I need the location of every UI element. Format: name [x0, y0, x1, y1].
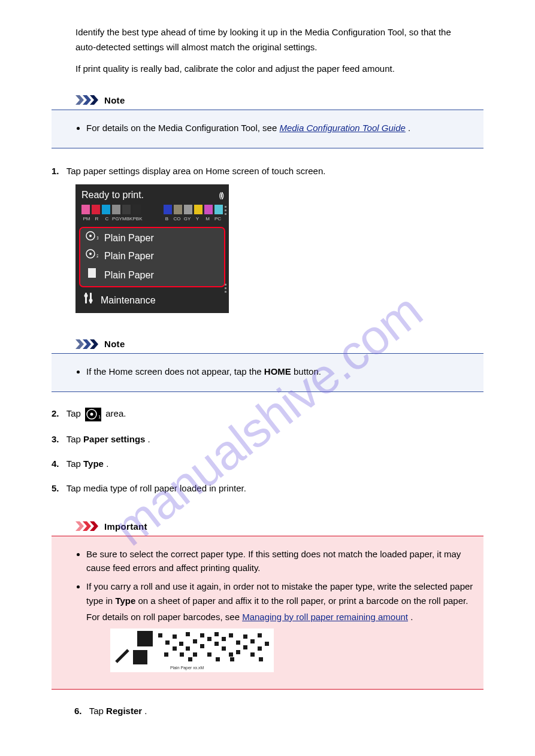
step-number: 3.: [52, 434, 59, 444]
svg-rect-42: [222, 646, 226, 651]
roll1-icon: 1: [85, 231, 98, 246]
media-config-tool-guide-link[interactable]: Media Configuration Tool Guide: [279, 123, 405, 133]
note-box: If the Home screen does not appear, tap …: [52, 353, 483, 392]
important-box: Be sure to select the correct paper type…: [52, 536, 483, 690]
svg-rect-28: [165, 640, 170, 645]
step-number: 4.: [52, 459, 59, 469]
svg-rect-45: [229, 652, 233, 657]
svg-rect-51: [250, 652, 255, 657]
svg-marker-22: [83, 521, 91, 531]
svg-rect-30: [173, 646, 177, 651]
svg-rect-44: [229, 633, 233, 637]
svg-rect-50: [250, 639, 255, 643]
important-text: on a sheet of paper and affix it to the …: [138, 596, 468, 606]
svg-rect-56: [180, 652, 184, 657]
barcode-sample-image: Plain Paper xx.xM: [110, 629, 274, 672]
svg-rect-33: [186, 646, 190, 651]
note-heading: Note: [104, 337, 125, 351]
svg-rect-41: [214, 642, 219, 646]
svg-rect-54: [265, 642, 269, 646]
roll1-icon: 1: [85, 408, 101, 421]
svg-rect-47: [236, 650, 240, 654]
sheet-icon: [85, 268, 98, 283]
svg-rect-9: [88, 268, 96, 278]
roll1-label: Plain Paper: [104, 231, 154, 246]
svg-rect-34: [193, 639, 197, 643]
svg-point-12: [84, 294, 88, 297]
svg-rect-55: [164, 652, 168, 657]
svg-rect-27: [158, 633, 162, 637]
chevron-note-icon: [75, 339, 99, 349]
svg-rect-59: [230, 657, 234, 661]
step-text: Tap: [67, 459, 83, 469]
note-heading: Note: [104, 93, 125, 107]
step-number: 6.: [74, 706, 82, 716]
svg-text:Plain Paper    xx.xM: Plain Paper xx.xM: [170, 666, 204, 670]
step-text: .: [148, 434, 150, 444]
svg-text:1: 1: [98, 414, 101, 420]
svg-marker-0: [75, 95, 84, 105]
paper-select-area[interactable]: 1 Plain Paper 2 Plain Paper Plain Paper: [79, 227, 225, 287]
svg-rect-35: [193, 652, 197, 657]
paper-settings-label: Paper settings: [83, 434, 145, 444]
svg-rect-49: [243, 645, 247, 649]
important-text: For details on roll paper barcodes, see: [86, 612, 242, 622]
chevron-note-icon: [75, 95, 99, 105]
svg-rect-24: [137, 631, 153, 646]
step-text: area.: [105, 408, 126, 418]
body-text: If print quality is really bad, calibrat…: [75, 62, 483, 75]
managing-roll-paper-link[interactable]: Managing by roll paper remaining amount: [242, 612, 408, 622]
step-text: Tap paper settings display area on Home …: [67, 166, 326, 176]
body-text: Identify the best type ahead of time by …: [75, 25, 483, 39]
svg-point-19: [90, 412, 93, 415]
svg-text:1: 1: [96, 235, 98, 241]
svg-rect-57: [188, 657, 192, 661]
roll2-icon: 2: [85, 249, 98, 264]
important-heading: Important: [104, 520, 147, 533]
printer-touchscreen-image: Ready to print. (ı|) PMRCPGYMBKPBK BCOGY…: [75, 184, 229, 313]
maintenance-icon: [83, 292, 95, 309]
step-text: .: [106, 459, 108, 469]
svg-rect-36: [200, 633, 204, 637]
sheet-label: Plain Paper: [104, 268, 154, 283]
svg-rect-43: [222, 637, 226, 641]
svg-rect-52: [258, 633, 262, 637]
important-bullet: Be sure to select the correct paper type…: [86, 547, 479, 575]
note-text: .: [408, 123, 410, 133]
note-text: If the Home screen does not appear, tap …: [86, 366, 264, 377]
svg-marker-23: [90, 521, 98, 531]
note-text: For details on the Media Configuration T…: [86, 123, 279, 133]
register-label: Register: [106, 706, 142, 716]
svg-marker-1: [83, 95, 91, 105]
svg-marker-2: [90, 95, 98, 105]
sheet-row[interactable]: Plain Paper: [81, 266, 223, 285]
step-number: 5.: [52, 483, 59, 493]
svg-text:2: 2: [96, 253, 98, 259]
svg-rect-32: [186, 632, 190, 636]
body-text: auto-detected settings will almost match…: [75, 40, 483, 54]
printer-status: Ready to print.: [81, 188, 144, 203]
roll1-row[interactable]: 1 Plain Paper: [81, 229, 223, 248]
roll2-label: Plain Paper: [104, 249, 154, 264]
type-label: Type: [83, 459, 104, 469]
step-text: Tap: [67, 434, 83, 444]
svg-rect-38: [207, 637, 211, 641]
svg-rect-40: [214, 632, 219, 636]
type-label: Type: [115, 596, 135, 606]
step-text: Tap: [89, 706, 106, 716]
note-text: button.: [294, 366, 321, 377]
svg-rect-39: [207, 652, 211, 657]
svg-rect-26: [133, 650, 147, 664]
note-box: For details on the Media Configuration T…: [52, 110, 483, 148]
home-label: HOME: [264, 366, 291, 377]
svg-rect-46: [236, 640, 240, 645]
maintenance-row[interactable]: Maintenance: [75, 289, 229, 313]
svg-point-7: [89, 253, 92, 255]
svg-marker-15: [83, 339, 91, 349]
svg-marker-21: [75, 521, 84, 531]
svg-line-25: [116, 650, 128, 662]
svg-point-4: [89, 235, 92, 237]
ink-level-row: [75, 205, 229, 215]
roll2-row[interactable]: 2 Plain Paper: [81, 247, 223, 266]
svg-rect-53: [258, 646, 262, 651]
